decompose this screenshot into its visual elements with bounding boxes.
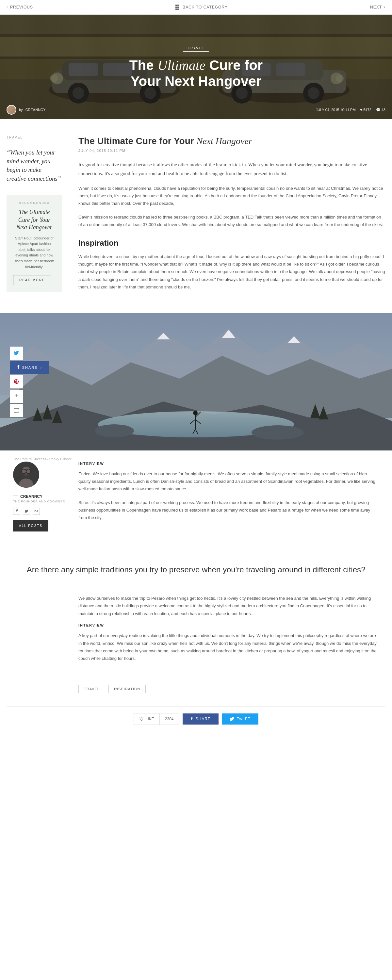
share-button-label: SHARE bbox=[196, 717, 211, 721]
interview-sidebar: — CREANNCY THE FOUNDER AND COOWNER Bē AL… bbox=[13, 461, 65, 531]
author-role: THE FOUNDER AND COOWNER bbox=[13, 500, 65, 503]
left-arrow-icon: ‹ bbox=[6, 5, 8, 10]
like-button[interactable]: LIKE bbox=[134, 713, 160, 725]
add-share-button[interactable]: + bbox=[10, 390, 23, 403]
tweet-bird-icon bbox=[229, 717, 234, 721]
behance-icon: Bē bbox=[34, 510, 38, 513]
article-date: JULY 04, 2015 10:11 PM bbox=[78, 149, 386, 153]
full-image-section: SHARE › + bbox=[0, 313, 392, 450]
author-avatar bbox=[13, 461, 39, 488]
hero-title-text2: Cure for bbox=[206, 57, 263, 73]
all-posts-button[interactable]: ALL POSTS bbox=[13, 520, 48, 531]
back-to-category-link[interactable]: BACK TO CATEGORY bbox=[175, 5, 228, 10]
inspiration-heading: Inspiration bbox=[78, 239, 386, 248]
hero-author: by CREANNCY bbox=[6, 105, 45, 115]
interview-content: INTERVIEW Enrico: We love having our fri… bbox=[78, 461, 379, 531]
svg-point-38 bbox=[252, 425, 304, 440]
path-section: The Path to Success / Peaky Blinder bbox=[6, 450, 386, 461]
hero-title-line2: Your Next Hangover bbox=[131, 73, 262, 89]
author-facebook-button[interactable] bbox=[13, 508, 20, 515]
article-title: The Ultimate Cure for Your Next Hangover bbox=[78, 135, 386, 147]
tags-section: TRAVEL INSPIRATION bbox=[6, 678, 386, 700]
previous-link[interactable]: ‹ PREVIOUS bbox=[6, 5, 33, 10]
hero-content: TRAVEL The Ultimate Cure for Your Next H… bbox=[123, 38, 269, 96]
social-share-panel: SHARE › + bbox=[10, 347, 49, 417]
plus-icon: + bbox=[15, 393, 18, 399]
like-label: LIKE bbox=[146, 717, 154, 721]
article-para-1: When it comes to celestial phenomena, cl… bbox=[78, 185, 386, 207]
author-twitter-button[interactable] bbox=[23, 508, 30, 515]
hero-section: TRAVEL The Ultimate Cure for Your Next H… bbox=[0, 15, 392, 119]
heart-icon bbox=[139, 717, 144, 721]
tweet-button-label: TweET bbox=[237, 717, 250, 721]
avatar bbox=[6, 105, 16, 115]
hero-title-text1: The bbox=[129, 57, 158, 73]
hero-date: JULY 04, 2015 10:11 PM bbox=[316, 108, 356, 112]
next-label: NEXT bbox=[370, 5, 382, 10]
more-content: We allow ourselves to make the trip to P… bbox=[6, 595, 386, 678]
interview-section: The Path to Success / Peaky Blinder bbox=[0, 450, 392, 738]
hero-stats: JULY 04, 2015 10:11 PM ♥ 5472 💬 43 bbox=[316, 108, 386, 112]
back-to-category-label: BACK TO CATEGORY bbox=[183, 5, 228, 10]
facebook-share-button[interactable]: SHARE › bbox=[10, 361, 49, 374]
hero-title-italic: Ultimate bbox=[158, 58, 206, 73]
grid-icon bbox=[175, 5, 180, 10]
next-link[interactable]: NEXT › bbox=[370, 5, 386, 10]
svg-point-37 bbox=[95, 424, 134, 438]
hero-title: The Ultimate Cure for Your Next Hangover bbox=[129, 57, 263, 89]
article-title-italic: Next Hangover bbox=[196, 136, 252, 146]
recommended-label: RECOMMENDED bbox=[13, 201, 56, 205]
hero-author-name: CREANNCY bbox=[25, 108, 46, 112]
hero-category-tag: TRAVEL bbox=[183, 45, 209, 52]
twitter-share-button[interactable] bbox=[10, 347, 23, 360]
hero-meta: by CREANNCY JULY 04, 2015 10:11 PM ♥ 547… bbox=[0, 105, 392, 115]
author-behance-button[interactable]: Bē bbox=[33, 508, 40, 515]
article-lead: It's good for creative thought because i… bbox=[78, 161, 386, 178]
read-more-button[interactable]: READ MORE bbox=[13, 275, 51, 285]
recommended-box: RECOMMENDED The Ultimate Cure for Your N… bbox=[6, 195, 62, 292]
hero-comments: 💬 43 bbox=[376, 108, 386, 112]
author-name: CREANNCY bbox=[20, 494, 43, 499]
more-para-1: We allow ourselves to make the trip to P… bbox=[78, 595, 379, 617]
recommended-desc: Starr Hout, cofounder of Apiece Apart fa… bbox=[13, 235, 56, 270]
main-layout: TRAVEL When you let your mind wander, yo… bbox=[0, 119, 392, 313]
twitter-icon bbox=[14, 351, 19, 355]
like-count: 2304 bbox=[160, 713, 179, 725]
facebook-small-icon bbox=[16, 509, 18, 513]
recommended-title: The Ultimate Cure for Your Next Hangover bbox=[13, 208, 56, 231]
author-dash-icon: — bbox=[13, 492, 18, 498]
article-para-2: Gavin's mission to rebrand clouds has le… bbox=[78, 213, 386, 229]
share-arrow-icon: › bbox=[40, 366, 42, 369]
previous-label: PREVIOUS bbox=[10, 5, 33, 10]
bottom-actions: LIKE 2304 SHARE TweET bbox=[6, 706, 386, 738]
path-text: The Path to Success bbox=[13, 457, 46, 461]
hero-author-prefix: by bbox=[19, 108, 23, 112]
pinterest-icon bbox=[14, 379, 19, 385]
sidebar: TRAVEL When you let your mind wander, yo… bbox=[6, 135, 72, 297]
author-socials: Bē bbox=[13, 508, 65, 515]
hero-likes: ♥ 5472 bbox=[360, 108, 371, 112]
travel-tag-button[interactable]: TRAVEL bbox=[78, 685, 105, 693]
mountain-landscape bbox=[0, 313, 392, 450]
article-body: The Ultimate Cure for Your Next Hangover… bbox=[72, 135, 386, 297]
tweet-button[interactable]: TweET bbox=[222, 713, 258, 725]
path-subtitle: Peaky Blinder bbox=[49, 457, 72, 461]
facebook-bottom-share-button[interactable]: SHARE bbox=[183, 713, 218, 725]
interview-layout: — CREANNCY THE FOUNDER AND COOWNER Bē AL… bbox=[6, 461, 386, 544]
pull-quote: Are there any simple traditions you try … bbox=[6, 551, 386, 588]
top-navigation: ‹ PREVIOUS BACK TO CATEGORY NEXT › bbox=[0, 0, 392, 15]
more-para-2: A key part of our everyday routine is va… bbox=[78, 632, 379, 662]
comment-icon bbox=[14, 408, 19, 413]
sidebar-category: TRAVEL bbox=[6, 135, 62, 139]
article-title-text: The Ultimate Cure for Your bbox=[78, 136, 196, 146]
facebook-icon bbox=[17, 365, 20, 370]
comment-button[interactable] bbox=[10, 404, 23, 417]
pinterest-share-button[interactable] bbox=[10, 375, 23, 388]
inspiration-tag-button[interactable]: INSPIRATION bbox=[108, 685, 146, 693]
interview-para-2: Stine: It's always been an integral part… bbox=[78, 499, 379, 522]
right-arrow-icon: › bbox=[384, 5, 386, 10]
sidebar-quote: When you let your mind wander, you begin… bbox=[6, 148, 62, 183]
share-label: SHARE bbox=[22, 366, 38, 369]
interview-label: INTERVIEW bbox=[78, 461, 379, 466]
interview-para-1: Enrico: We love having our friends over … bbox=[78, 470, 379, 493]
